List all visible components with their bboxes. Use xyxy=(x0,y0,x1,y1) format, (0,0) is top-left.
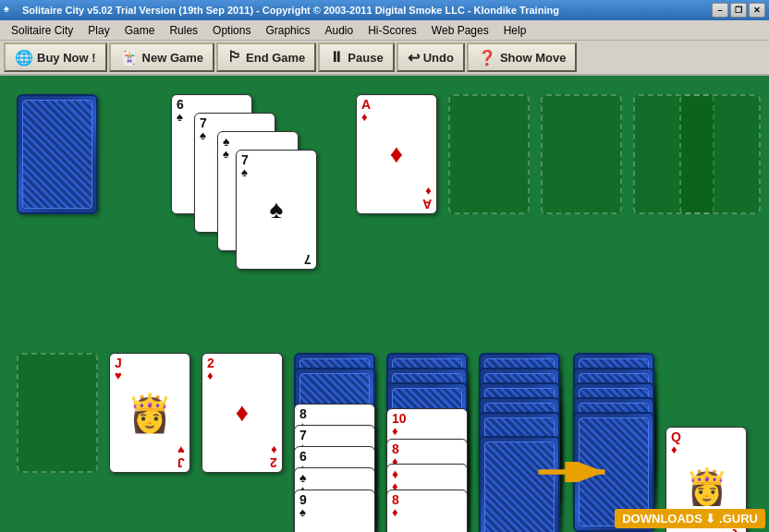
suit: ♠ xyxy=(299,506,306,518)
rank: 6 xyxy=(299,450,307,463)
center: ♦ xyxy=(390,139,403,169)
tableau-jack-hearts[interactable]: J ♥ 👸 J ♥ xyxy=(109,353,190,473)
suit-bot: ♦ xyxy=(271,444,277,456)
menu-hiscores[interactable]: Hi-Scores xyxy=(360,22,424,39)
tableau-col6-face[interactable] xyxy=(479,436,560,532)
rank: 7 xyxy=(299,429,307,441)
new-game-icon: 🃏 xyxy=(120,49,139,66)
menu-audio[interactable]: Audio xyxy=(317,22,360,39)
hint-arrow xyxy=(534,462,617,482)
rank: 10 xyxy=(392,412,407,425)
center: ♦ xyxy=(236,398,249,428)
end-game-label: End Game xyxy=(246,51,305,65)
menu-bar: Solitaire City Play Game Rules Options G… xyxy=(0,20,769,41)
rank: 2 xyxy=(207,357,214,369)
rank: 7 xyxy=(241,153,249,166)
suit: ♠ xyxy=(177,111,183,123)
game-area: 2 6 ♠ ♠ 6 ♠ 7 ♠ ♠ 7 ♠ ♠ ♠ ♠ ♠ 7 ♠ ♠ 7 A … xyxy=(0,76,769,532)
menu-play[interactable]: Play xyxy=(80,22,116,39)
rank-bot: A xyxy=(422,198,432,211)
tableau-col2-card4[interactable]: 7 ♠ ♠ 7 xyxy=(236,150,317,270)
menu-webpages[interactable]: Web Pages xyxy=(424,22,496,39)
rank-bot: J xyxy=(177,456,185,469)
rank: 8 xyxy=(392,442,399,455)
rank: J xyxy=(115,357,122,369)
tableau-2-diamonds[interactable]: 2 ♦ ♦ 2 ♦ xyxy=(201,353,283,473)
new-game-button[interactable]: 🃏 New Game xyxy=(109,42,214,72)
tableau-bottom-1[interactable] xyxy=(17,353,98,473)
show-move-button[interactable]: ❓ Show Move xyxy=(467,42,578,72)
rank: 9 xyxy=(299,493,307,506)
rank: ♦ xyxy=(392,467,398,480)
pause-label: Pause xyxy=(348,51,383,65)
buy-now-label: Buy Now ! xyxy=(37,51,96,65)
watermark: DOWNLOADS ⬇ .GURU xyxy=(615,509,765,528)
minimize-button[interactable]: – xyxy=(712,3,728,18)
suit: ♠ xyxy=(200,129,206,141)
menu-solitaire-city[interactable]: Solitaire City xyxy=(4,22,80,39)
stock-pile[interactable]: 2 xyxy=(17,94,98,214)
toolbar: 🌐 Buy Now ! 🃏 New Game 🏳 End Game ⏸ Paus… xyxy=(0,41,769,76)
buy-now-icon: 🌐 xyxy=(15,49,33,66)
rank: Q xyxy=(671,430,681,443)
foundation-4[interactable] xyxy=(679,94,761,214)
menu-rules[interactable]: Rules xyxy=(162,22,205,39)
buy-now-button[interactable]: 🌐 Buy Now ! xyxy=(4,42,107,72)
title-text: Solitaire City v5.02 Trial Version (19th… xyxy=(22,5,712,16)
rank-bot: 7 xyxy=(304,253,311,266)
rank: 6 xyxy=(177,98,184,111)
suit: ♦ xyxy=(392,425,398,437)
suit: ♥ xyxy=(115,369,122,381)
title-bar: ♠ Solitaire City v5.02 Trial Version (19… xyxy=(0,0,769,20)
restore-button[interactable]: ❐ xyxy=(730,3,747,18)
rank: A xyxy=(361,98,371,111)
tableau-col3-ace[interactable]: A ♦ ♦ A ♦ xyxy=(356,94,437,214)
tableau-col5-8bot[interactable]: 8 ♦ 8 ♦ xyxy=(386,490,468,532)
undo-icon: ↩ xyxy=(408,49,420,66)
window-controls[interactable]: – ❐ ✕ xyxy=(712,3,765,18)
suit: ♦ xyxy=(207,369,214,381)
close-button[interactable]: ✕ xyxy=(749,3,765,18)
suit: ♦ xyxy=(392,506,398,518)
new-game-label: New Game xyxy=(142,51,203,65)
suit-bot: ♥ xyxy=(177,444,185,456)
show-move-label: Show Move xyxy=(500,51,567,65)
suit-bot: ♦ xyxy=(425,186,432,198)
menu-options[interactable]: Options xyxy=(205,22,258,39)
rank: 7 xyxy=(200,116,207,129)
rank: 8 xyxy=(299,407,307,420)
center: ♠ xyxy=(270,195,284,224)
pause-button[interactable]: ⏸ Pause xyxy=(318,42,394,72)
menu-game[interactable]: Game xyxy=(117,22,163,39)
rank: ♠ xyxy=(223,135,229,148)
app-icon: ♠ xyxy=(4,3,18,18)
menu-help[interactable]: Help xyxy=(496,22,534,39)
undo-button[interactable]: ↩ Undo xyxy=(397,42,465,72)
rank: ♠ xyxy=(299,471,306,484)
rank: 8 xyxy=(392,493,399,506)
show-move-icon: ❓ xyxy=(478,49,496,66)
end-game-button[interactable]: 🏳 End Game xyxy=(216,42,316,72)
end-game-icon: 🏳 xyxy=(227,49,242,66)
suit: ♦ xyxy=(361,111,368,123)
suit: ♦ xyxy=(671,443,677,455)
tableau-col4-9s[interactable]: 9 ♠ 9 ♠ xyxy=(294,490,375,532)
foundation-1[interactable] xyxy=(448,94,530,214)
pause-icon: ⏸ xyxy=(329,49,344,66)
menu-graphics[interactable]: Graphics xyxy=(258,22,317,39)
undo-label: Undo xyxy=(423,51,454,65)
rank-bot: 2 xyxy=(270,456,277,469)
foundation-2[interactable] xyxy=(541,94,622,214)
suit: ♠ xyxy=(223,148,229,160)
suit: ♠ xyxy=(241,166,248,178)
